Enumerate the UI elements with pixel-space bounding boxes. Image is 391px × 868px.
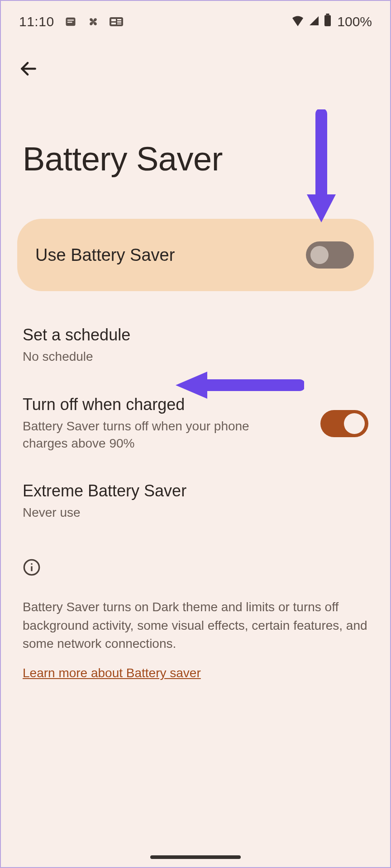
set-schedule-subtitle: No schedule — [23, 348, 368, 365]
toggle-knob — [310, 246, 329, 264]
toggle-knob — [344, 413, 365, 434]
svg-rect-1 — [67, 19, 74, 20]
page-title: Battery Saver — [1, 85, 390, 205]
svg-rect-7 — [117, 21, 121, 23]
set-schedule-row[interactable]: Set a schedule No schedule — [23, 312, 368, 382]
messages-icon — [64, 15, 77, 28]
battery-percent: 100% — [337, 14, 372, 29]
wifi-icon — [291, 14, 305, 29]
nav-handle[interactable] — [150, 855, 241, 859]
extreme-saver-title: Extreme Battery Saver — [23, 481, 368, 500]
use-battery-saver-row[interactable]: Use Battery Saver — [17, 219, 374, 291]
svg-rect-2 — [67, 22, 72, 23]
app-bar — [1, 36, 390, 85]
back-button[interactable] — [16, 57, 41, 81]
set-schedule-title: Set a schedule — [23, 326, 368, 344]
info-icon — [23, 558, 368, 578]
info-text: Battery Saver turns on Dark theme and li… — [23, 598, 368, 653]
turn-off-charged-title: Turn off when charged — [23, 395, 307, 414]
svg-rect-8 — [117, 24, 121, 24]
status-bar: 11:10 100% — [1, 1, 390, 36]
use-battery-saver-toggle[interactable] — [306, 241, 354, 269]
use-battery-saver-label: Use Battery Saver — [35, 245, 175, 265]
status-clock: 11:10 — [19, 14, 54, 29]
svg-rect-10 — [324, 15, 331, 27]
status-right: 100% — [291, 14, 372, 29]
extreme-saver-subtitle: Never use — [23, 504, 368, 521]
extreme-saver-row[interactable]: Extreme Battery Saver Never use — [23, 468, 368, 538]
turn-off-charged-row[interactable]: Turn off when charged Battery Saver turn… — [23, 382, 368, 468]
battery-icon — [324, 14, 332, 29]
turn-off-charged-toggle[interactable] — [320, 410, 368, 437]
svg-point-13 — [31, 563, 33, 565]
learn-more-link[interactable]: Learn more about Battery saver — [23, 666, 201, 680]
settings-list: Set a schedule No schedule Turn off when… — [1, 312, 390, 538]
svg-rect-4 — [111, 19, 116, 21]
cell-signal-icon — [308, 14, 320, 29]
turn-off-charged-subtitle: Battery Saver turns off when your phone … — [23, 418, 267, 452]
news-icon — [110, 16, 123, 27]
svg-rect-5 — [111, 23, 116, 24]
svg-rect-9 — [326, 14, 329, 15]
info-section: Battery Saver turns on Dark theme and li… — [1, 538, 390, 680]
status-left: 11:10 — [19, 14, 123, 29]
pinwheel-icon — [87, 15, 100, 28]
svg-rect-6 — [117, 19, 121, 20]
